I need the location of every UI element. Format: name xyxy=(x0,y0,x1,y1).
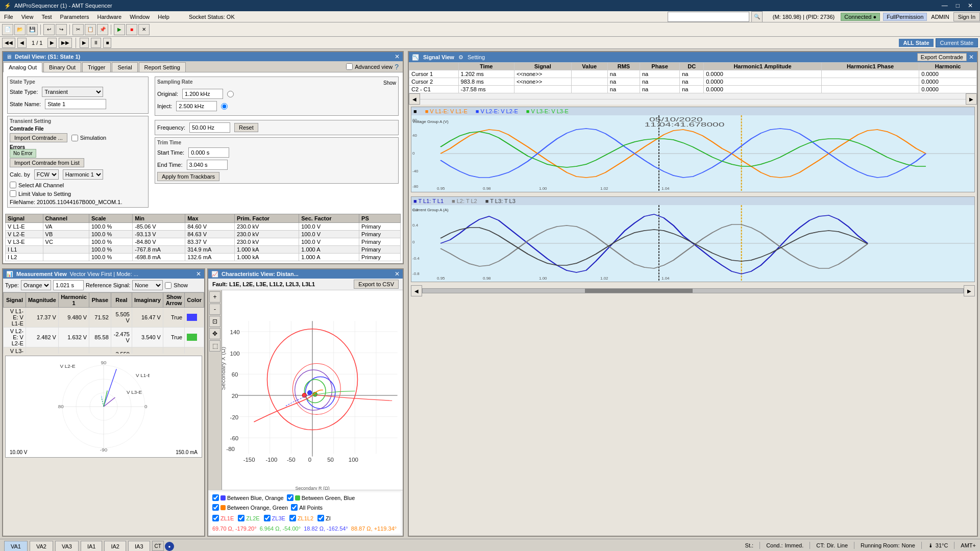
toolbar-redo[interactable]: ↪ xyxy=(56,24,67,35)
limit-checkbox[interactable] xyxy=(10,190,16,197)
menu-window[interactable]: Window xyxy=(126,13,154,21)
menu-view[interactable]: View xyxy=(17,13,38,21)
select-all-checkbox[interactable] xyxy=(10,182,16,188)
meas-close[interactable]: ✕ xyxy=(196,270,201,278)
menu-hardware[interactable]: Hardware xyxy=(93,13,126,21)
calc-select[interactable]: FCW xyxy=(34,169,59,180)
sv-scroll-track[interactable] xyxy=(422,288,964,293)
inject-rate-input[interactable] xyxy=(176,101,217,111)
state-back-btn[interactable]: ◀ xyxy=(17,38,27,48)
maximize-btn[interactable]: □ xyxy=(953,2,963,9)
ref-signal-select[interactable]: None xyxy=(132,280,163,290)
i-l2-legend: ■ L2: T L2 xyxy=(452,198,477,204)
tab-binary-out[interactable]: Binary Out xyxy=(43,62,81,72)
state-prev-btn[interactable]: ◀◀ xyxy=(2,38,15,48)
legend-all-points-check[interactable] xyxy=(291,504,298,511)
inject-radio[interactable] xyxy=(221,103,228,110)
sv-scroll-thumb[interactable] xyxy=(585,289,693,293)
menu-file[interactable]: File xyxy=(0,13,17,21)
zoom-out-btn[interactable]: - xyxy=(209,304,220,315)
freq-input[interactable] xyxy=(53,280,84,290)
tab-serial[interactable]: Serial xyxy=(112,62,137,72)
state-run-btn[interactable]: ▶ xyxy=(80,38,89,48)
toolbar-new[interactable]: 📄 xyxy=(2,24,13,35)
zoom-in-btn[interactable]: + xyxy=(209,291,220,303)
close-btn[interactable]: ✕ xyxy=(965,2,976,9)
pan-btn[interactable]: ✥ xyxy=(209,328,220,339)
start-time-input[interactable] xyxy=(188,147,229,158)
type-select[interactable]: Orange xyxy=(21,280,51,290)
status-bar: VA1 VA2 VA3 IA1 IA2 IA3 CT ● St.: Cond.:… xyxy=(0,539,980,551)
state-last-btn[interactable]: ▶▶ xyxy=(59,38,72,48)
menu-parameters[interactable]: Parameters xyxy=(56,13,93,21)
tab-report-setting[interactable]: Report Setting xyxy=(139,62,186,72)
legend-zl2e-check[interactable] xyxy=(238,515,244,521)
state-fwd-btn[interactable]: ▶ xyxy=(47,38,57,48)
legend-orange-green-check[interactable] xyxy=(212,504,219,511)
simulation-checkbox[interactable] xyxy=(71,135,78,141)
tab-ia3[interactable]: IA3 xyxy=(128,541,150,551)
scroll-right-btn[interactable]: ▶ xyxy=(966,93,977,105)
tab-ia1[interactable]: IA1 xyxy=(81,541,103,551)
search-btn[interactable]: 🔍 xyxy=(751,11,763,22)
tab-analog-out[interactable]: Analog Out xyxy=(3,62,42,72)
legend-green-blue-check[interactable] xyxy=(287,494,293,501)
state-stop-btn[interactable]: ■ xyxy=(103,38,111,48)
export-comtrade-btn[interactable]: Export Comtrade xyxy=(917,53,967,61)
state-name-input[interactable] xyxy=(45,99,106,109)
legend-zl1l2-check[interactable] xyxy=(289,515,296,521)
tab-va2[interactable]: VA2 xyxy=(30,541,53,551)
import-from-list-btn[interactable]: Import Comtrade from List xyxy=(10,158,84,167)
reset-btn[interactable]: Reset xyxy=(234,123,258,132)
export-csv-btn[interactable]: Export to CSV xyxy=(354,280,399,289)
tab-trigger[interactable]: Trigger xyxy=(82,62,111,72)
menu-test[interactable]: Test xyxy=(37,13,56,21)
legend-zl3e-check[interactable] xyxy=(264,515,271,521)
frequency-input[interactable] xyxy=(189,122,230,133)
menu-help[interactable]: Help xyxy=(154,13,174,21)
state-type-select[interactable]: Transient xyxy=(42,87,103,97)
advanced-view-check[interactable] xyxy=(346,63,353,70)
import-comtrade-btn[interactable]: Import Comtrade ... xyxy=(10,133,67,142)
show-checkbox[interactable] xyxy=(165,282,172,289)
help-btn[interactable]: ? xyxy=(395,63,399,71)
current-state-btn[interactable]: Current State xyxy=(936,38,978,47)
legend-zi-check[interactable] xyxy=(317,515,324,521)
char-close[interactable]: ✕ xyxy=(395,270,400,278)
toolbar-copy[interactable]: 📋 xyxy=(85,24,96,35)
char-chart: 140 100 60 20 -20 -60 -80 -150 -100 -50 … xyxy=(222,290,403,490)
state-pause-btn[interactable]: ⏸ xyxy=(91,38,101,48)
tab-va1[interactable]: VA1 xyxy=(4,541,28,551)
original-radio[interactable] xyxy=(227,91,234,97)
tab-va3[interactable]: VA3 xyxy=(55,541,79,551)
toolbar-stop[interactable]: ■ xyxy=(126,24,137,35)
sv-scroll-right[interactable]: ▶ xyxy=(964,285,975,296)
ct-circle-icon[interactable]: ● xyxy=(165,542,174,551)
end-time-input[interactable] xyxy=(187,160,228,170)
toolbar-paste[interactable]: 📌 xyxy=(97,24,108,35)
svg-text:-50: -50 xyxy=(287,457,296,463)
minimize-btn[interactable]: — xyxy=(939,2,951,9)
select-btn[interactable]: ⬚ xyxy=(209,340,220,352)
cursor-diff-h1phase xyxy=(821,86,919,93)
sv-close[interactable]: ✕ xyxy=(969,54,974,61)
toolbar-close[interactable]: ✕ xyxy=(138,24,150,35)
toolbar-play[interactable]: ▶ xyxy=(114,24,125,35)
sign-in-btn[interactable]: Sign In xyxy=(953,12,980,21)
scroll-left-btn[interactable]: ◀ xyxy=(409,93,420,105)
toolbar-undo[interactable]: ↩ xyxy=(43,24,55,35)
tab-ia2[interactable]: IA2 xyxy=(104,541,126,551)
search-input[interactable] xyxy=(668,12,749,22)
original-rate-input[interactable] xyxy=(182,89,223,99)
toolbar-cut[interactable]: ✂ xyxy=(72,24,84,35)
toolbar-open[interactable]: 📂 xyxy=(14,24,26,35)
sv-scroll-left[interactable]: ◀ xyxy=(411,285,422,296)
detail-view-close[interactable]: ✕ xyxy=(395,53,400,60)
zoom-reset-btn[interactable]: ⊡ xyxy=(209,316,220,327)
apply-from-trackbars-btn[interactable]: Apply from Trackbars xyxy=(157,172,219,181)
legend-blue-orange-check[interactable] xyxy=(212,494,219,501)
ct-icon[interactable]: CT xyxy=(152,541,164,551)
harmonic-select[interactable]: Harmonic 1 xyxy=(63,169,103,180)
legend-zl1e-check[interactable] xyxy=(212,515,219,521)
toolbar-save[interactable]: 💾 xyxy=(27,24,38,35)
